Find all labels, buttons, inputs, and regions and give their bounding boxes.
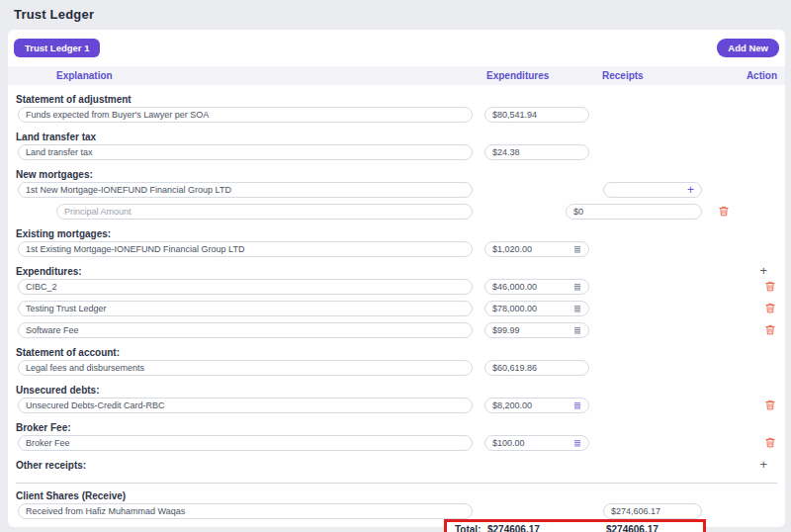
ledger-row: Land transfer tax $24.38 — [8, 144, 785, 160]
section-statement-of-adjustment: Statement of adjustment Funds expected f… — [8, 95, 785, 123]
ledger-row: Broker Fee $100.00 — [8, 435, 785, 451]
expenditure-input[interactable]: $78,000.00 — [484, 301, 589, 316]
plus-icon: + — [759, 457, 767, 472]
total-highlight-box: Total: $274606.17 $274606.17 — [444, 519, 706, 532]
trash-icon — [765, 399, 775, 410]
add-expenditure-button[interactable]: + — [759, 264, 767, 277]
principal-receipt-input[interactable]: $0 — [566, 204, 702, 220]
section-label: Expenditures: + — [16, 267, 777, 277]
expenditure-input[interactable]: $8,200.00 — [484, 398, 589, 413]
delete-row-button[interactable] — [765, 399, 775, 410]
explanation-input[interactable]: Legal fees and disbursements — [18, 360, 473, 376]
explanation-input[interactable]: Land transfer tax — [18, 144, 473, 160]
section-label: New mortgages: — [16, 170, 777, 180]
add-new-button[interactable]: Add New — [717, 39, 779, 57]
page-title: Trust Ledger — [14, 7, 94, 22]
column-header-receipts: Receipts — [602, 70, 644, 81]
expenditure-input[interactable]: $1,020.00 — [484, 241, 589, 257]
trash-icon — [765, 437, 775, 448]
explanation-input[interactable]: Software Fee — [18, 322, 473, 338]
section-label: Unsecured debts: — [16, 386, 777, 396]
trust-ledger-tab-button[interactable]: Trust Ledger 1 — [14, 39, 100, 57]
section-label: Land transfer tax — [16, 133, 777, 142]
delete-row-button[interactable] — [765, 324, 775, 335]
list-icon[interactable] — [573, 305, 581, 312]
column-header-action: Action — [747, 70, 777, 81]
expenditure-input[interactable]: $99.99 — [484, 322, 589, 338]
expenditure-input[interactable]: $80,541.94 — [484, 107, 589, 123]
table-header-row: Explanation Expenditures Receipts Action — [8, 66, 785, 85]
receipt-input[interactable]: $274,606.17 — [603, 503, 702, 519]
ledger-row: Received from Hafiz Muhammad Waqas $274,… — [8, 503, 785, 519]
expenditure-input[interactable]: $24.38 — [484, 144, 589, 160]
section-expenditures: Expenditures: + CIBC_2 $46,000.00 Testin… — [8, 267, 785, 338]
list-icon[interactable] — [573, 401, 581, 409]
toolbar: Trust Ledger 1 Add New — [8, 30, 785, 62]
delete-row-button[interactable] — [765, 303, 775, 313]
section-label: Existing mortgages: — [16, 229, 777, 239]
explanation-input[interactable]: 1st Existing Mortgage-IONEFUND Financial… — [18, 241, 473, 257]
section-client-shares: Client Shares (Receive) Received from Ha… — [8, 491, 785, 519]
add-principal-button[interactable]: + — [687, 185, 694, 195]
ledger-row: Legal fees and disbursements $60,619.86 — [8, 360, 785, 376]
ledger-row: Software Fee $99.99 — [8, 322, 785, 338]
list-icon[interactable] — [573, 326, 581, 334]
section-existing-mortgages: Existing mortgages: 1st Existing Mortgag… — [8, 229, 785, 257]
explanation-input[interactable]: Funds expected from Buyer's Lawyer per S… — [18, 107, 473, 123]
section-label: Client Shares (Receive) — [16, 491, 777, 501]
delete-row-button[interactable] — [765, 437, 775, 448]
total-expenditures-value: $274606.17 — [487, 524, 540, 532]
principal-amount-input[interactable]: Principal Amount — [56, 204, 473, 220]
section-broker-fee: Broker Fee: Broker Fee $100.00 — [8, 423, 785, 451]
trash-icon — [765, 281, 775, 292]
plus-icon: + — [759, 263, 767, 278]
explanation-input[interactable]: Received from Hafiz Muhammad Waqas — [18, 503, 473, 519]
expenditure-input[interactable]: $100.00 — [484, 435, 589, 451]
section-unsecured-debts: Unsecured debts: Unsecured Debts-Credit … — [8, 386, 785, 413]
ledger-row: Testing Trust Ledger $78,000.00 — [8, 301, 785, 316]
expenditure-input[interactable]: $60,619.86 — [484, 360, 589, 376]
delete-row-button[interactable] — [765, 281, 775, 292]
trust-ledger-panel: Trust Ledger 1 Add New Explanation Expen… — [8, 30, 785, 527]
total-row: Total: $274606.17 $274606.17 — [8, 519, 785, 532]
explanation-input[interactable]: Broker Fee — [18, 435, 473, 451]
ledger-row: CIBC_2 $46,000.00 — [8, 279, 785, 295]
column-header-expenditures: Expenditures — [486, 70, 549, 81]
ledger-row: 1st New Mortgage-IONEFUND Financial Grou… — [8, 182, 785, 198]
section-other-receipts: Other receipts: + — [8, 461, 785, 471]
section-label: Other receipts: + — [16, 461, 777, 471]
section-label: Broker Fee: — [16, 423, 777, 433]
plus-icon: + — [687, 183, 694, 197]
add-receipt-button[interactable]: + — [759, 458, 767, 471]
column-header-explanation: Explanation — [56, 70, 113, 81]
explanation-input[interactable]: Unsecured Debts-Credit Card-RBC — [18, 398, 473, 413]
expenditure-input[interactable]: $46,000.00 — [484, 279, 589, 295]
total-label: Total: — [455, 524, 481, 532]
section-label: Statement of adjustment — [16, 95, 777, 105]
list-icon[interactable] — [573, 245, 581, 253]
trash-icon — [765, 303, 775, 313]
explanation-input[interactable]: Testing Trust Ledger — [18, 301, 473, 316]
section-new-mortgages: New mortgages: 1st New Mortgage-IONEFUND… — [8, 170, 785, 220]
ledger-row: 1st Existing Mortgage-IONEFUND Financial… — [8, 241, 785, 257]
list-icon[interactable] — [573, 439, 581, 447]
section-land-transfer-tax: Land transfer tax Land transfer tax $24.… — [8, 133, 785, 160]
explanation-input[interactable]: 1st New Mortgage-IONEFUND Financial Grou… — [18, 182, 473, 198]
receipt-input[interactable]: + — [603, 182, 702, 198]
delete-principal-button[interactable] — [719, 206, 729, 217]
ledger-row: Funds expected from Buyer's Lawyer per S… — [8, 107, 785, 123]
list-icon[interactable] — [573, 283, 581, 291]
ledger-row: Unsecured Debts-Credit Card-RBC $8,200.0… — [8, 398, 785, 413]
explanation-input[interactable]: CIBC_2 — [18, 279, 473, 295]
ledger-row-principal: Principal Amount $0 — [8, 204, 785, 220]
trash-icon — [719, 206, 729, 217]
total-receipts-value: $274606.17 — [606, 524, 659, 532]
trash-icon — [765, 324, 775, 335]
section-statement-of-account: Statement of account: Legal fees and dis… — [8, 348, 785, 376]
section-label: Statement of account: — [16, 348, 777, 358]
divider — [16, 483, 777, 484]
